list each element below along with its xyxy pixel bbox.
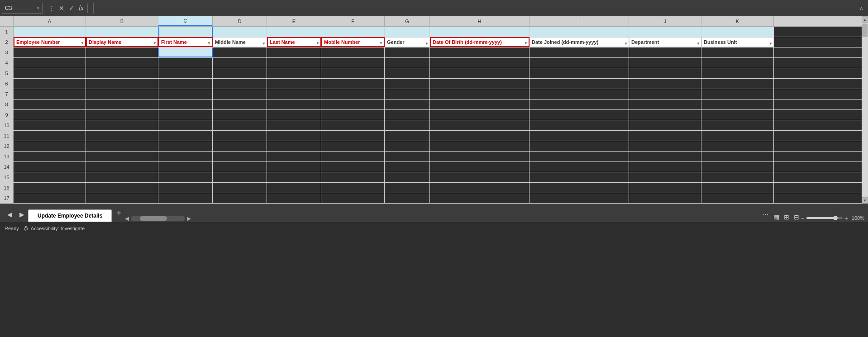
cell-D6[interactable] [213,79,267,89]
h-scroll-left-icon[interactable]: ◀ [125,215,129,222]
cell-F16[interactable] [321,183,385,193]
cell-F7[interactable] [321,89,385,99]
cell-J6[interactable] [629,79,701,89]
cell-B10[interactable] [86,120,158,130]
cell-H7[interactable] [430,89,529,99]
cell-I10[interactable] [529,120,629,130]
cell-I9[interactable] [529,110,629,120]
cell-I7[interactable] [529,89,629,99]
zoom-in-button[interactable]: + [844,214,848,222]
cell-A14[interactable] [14,162,86,172]
cell-J11[interactable] [629,131,701,141]
cell-C7[interactable] [158,89,213,99]
dropdown-arrow-icon[interactable]: ▼ [81,41,84,45]
cell-H14[interactable] [430,162,529,172]
col-header-D[interactable]: D [213,16,267,26]
cell-J14[interactable] [629,162,701,172]
cell-J17[interactable] [629,193,701,203]
cell-G17[interactable] [385,193,430,203]
header-middle-name[interactable]: Middle Name ▼ [213,37,267,47]
cell-K17[interactable] [701,193,774,203]
cell-F9[interactable] [321,110,385,120]
cell-K7[interactable] [701,89,774,99]
cell-J8[interactable] [629,100,701,109]
cell-D10[interactable] [213,120,267,130]
cell-C4[interactable] [158,58,213,68]
tab-update-employee-details[interactable]: Update Employee Details [28,209,112,222]
cell-G15[interactable] [385,172,430,182]
header-employee-number[interactable]: Employee Number ▼ [14,37,86,47]
cell-I1[interactable] [529,27,629,37]
cell-A17[interactable] [14,193,86,203]
cell-E3[interactable] [267,47,321,57]
dropdown-arrow-icon[interactable]: ▼ [316,41,320,45]
cell-C16[interactable] [158,183,213,193]
cell-A13[interactable] [14,152,86,161]
cell-E15[interactable] [267,172,321,182]
cell-J13[interactable] [629,152,701,161]
cell-D8[interactable] [213,100,267,109]
cell-G5[interactable] [385,68,430,78]
header-date-joined[interactable]: Date Joined (dd-mmm-yyyy) ▼ [529,37,629,47]
cell-K3[interactable] [701,47,774,57]
cell-K16[interactable] [701,183,774,193]
cell-H17[interactable] [430,193,529,203]
cell-C5[interactable] [158,68,213,78]
cell-J5[interactable] [629,68,701,78]
horizontal-scrollbar[interactable]: ◀ ▶ [125,211,759,222]
cell-H16[interactable] [430,183,529,193]
cell-I4[interactable] [529,58,629,68]
cell-G4[interactable] [385,58,430,68]
cell-D5[interactable] [213,68,267,78]
cell-K6[interactable] [701,79,774,89]
cell-E14[interactable] [267,162,321,172]
cell-A1[interactable] [14,27,86,37]
cell-F15[interactable] [321,172,385,182]
cell-F17[interactable] [321,193,385,203]
dropdown-arrow-icon[interactable]: ▼ [524,41,528,45]
cell-H4[interactable] [430,58,529,68]
cell-K12[interactable] [701,141,774,151]
cell-C8[interactable] [158,100,213,109]
cell-A12[interactable] [14,141,86,151]
scroll-up-button[interactable]: ▲ [862,16,868,23]
cell-C1[interactable] [158,27,213,37]
cell-K14[interactable] [701,162,774,172]
cell-D3[interactable] [213,47,267,57]
cell-G9[interactable] [385,110,430,120]
cell-E17[interactable] [267,193,321,203]
header-gender[interactable]: Gender ▼ [385,37,430,47]
cell-B8[interactable] [86,100,158,109]
cell-C15[interactable] [158,172,213,182]
cell-F14[interactable] [321,162,385,172]
cell-A3[interactable] [14,47,86,57]
page-layout-icon[interactable]: ⊞ [782,213,791,222]
cell-E1[interactable] [267,27,321,37]
zoom-out-button[interactable]: − [801,214,804,222]
tab-prev-button[interactable]: ◀ [4,209,16,220]
cell-I11[interactable] [529,131,629,141]
normal-view-icon[interactable]: ▦ [772,213,781,222]
cell-B5[interactable] [86,68,158,78]
cell-G14[interactable] [385,162,430,172]
cell-D9[interactable] [213,110,267,120]
cell-J10[interactable] [629,120,701,130]
cell-A8[interactable] [14,100,86,109]
cell-J9[interactable] [629,110,701,120]
cell-E11[interactable] [267,131,321,141]
vertical-scrollbar[interactable]: ▲ ▼ [862,16,868,204]
tab-next-button[interactable]: ▶ [16,209,28,220]
cell-B16[interactable] [86,183,158,193]
cell-C3[interactable] [158,47,213,57]
add-sheet-button[interactable]: + [113,207,125,220]
cell-H13[interactable] [430,152,529,161]
cell-G11[interactable] [385,131,430,141]
cell-J4[interactable] [629,58,701,68]
cell-F6[interactable] [321,79,385,89]
cell-B6[interactable] [86,79,158,89]
cell-A10[interactable] [14,120,86,130]
h-scroll-right-icon[interactable]: ▶ [187,215,191,222]
cell-E9[interactable] [267,110,321,120]
cell-H5[interactable] [430,68,529,78]
cell-B4[interactable] [86,58,158,68]
